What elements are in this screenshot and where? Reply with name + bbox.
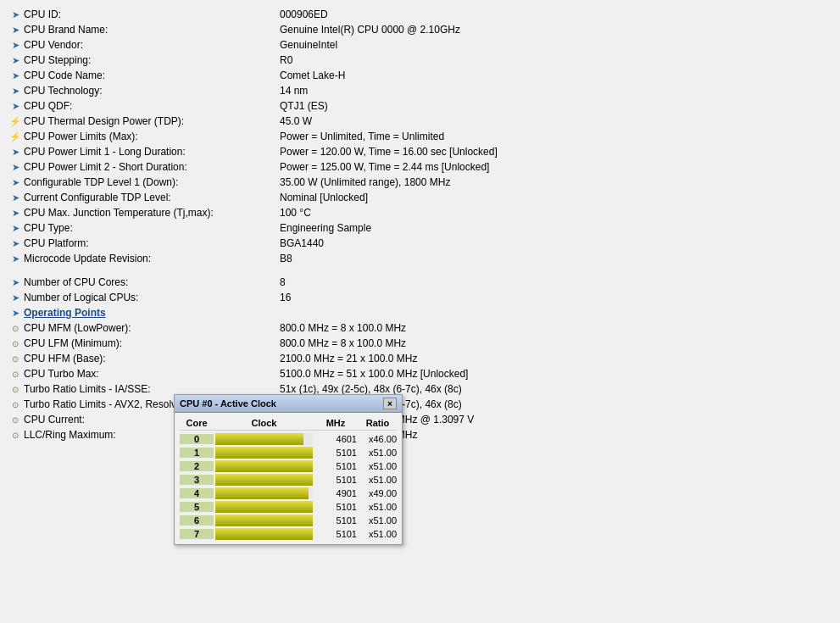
info-label: ➤ Number of CPU Cores: (8, 275, 280, 289)
circle-icon: ⊙ (8, 428, 22, 442)
core-number: 6 (180, 515, 214, 526)
label-text: CPU Stepping: (24, 54, 91, 66)
arrow-icon: ➤ (8, 175, 22, 189)
arrow-icon: ➤ (8, 99, 22, 113)
ratio-value: x51.00 (359, 502, 397, 512)
op-info-row: ⊙ Turbo Ratio Limits - AVX2, Resolved: 5… (8, 397, 832, 412)
circle-icon: ⊙ (8, 413, 22, 426)
section-gap (8, 266, 832, 275)
table-row: 3 5101 x51.00 (180, 473, 397, 487)
arrow-icon: ➤ (8, 38, 22, 52)
value-text: 45.0 W (280, 115, 832, 127)
col-core-header: Core (180, 418, 214, 428)
clock-bar (215, 501, 313, 513)
label-text: CPU Turbo Max: (24, 368, 99, 380)
arrow-icon: ➤ (8, 8, 22, 21)
mhz-value: 5101 (314, 515, 357, 526)
value-text: Genuine Intel(R) CPU 0000 @ 2.10GHz (280, 24, 832, 36)
value-text: Comet Lake-H (280, 70, 832, 81)
table-row: 4 4901 x49.00 (180, 487, 397, 500)
info-label: ➤ CPU Technology: (8, 84, 280, 97)
value-text: QTJ1 (ES) (280, 100, 832, 112)
value-text: 51x (1c), 49x (2-5c), 48x (6-7c), 46x (8… (280, 383, 832, 395)
value-text: 100 °C (280, 207, 832, 219)
table-row: 0 4601 x46.00 (180, 432, 397, 446)
arrow-icon: ➤ (8, 236, 22, 250)
mhz-value: 4901 (314, 488, 357, 498)
core-number: 7 (180, 529, 214, 539)
bar-fill (215, 474, 313, 486)
info-row: ⚡ CPU Thermal Design Power (TDP): 45.0 W (8, 114, 832, 129)
popup-title: CPU #0 - Active Clock (180, 398, 276, 409)
value-text: 800.0 MHz = 8 x 100.0 MHz (280, 337, 832, 349)
op-info-row: ⊙ CPU LFM (Minimum): 800.0 MHz = 8 x 100… (8, 336, 832, 351)
info-label: ➤ Configurable TDP Level 1 (Down): (8, 175, 280, 189)
label-text: Configurable TDP Level 1 (Down): (24, 176, 178, 188)
info-label: ➤ CPU Max. Junction Temperature (Tj,max)… (8, 206, 280, 220)
value-text: 5100.0 MHz = 51 x 100.0 MHz [Unlocked] (280, 368, 832, 380)
label-text: CPU Type: (24, 222, 73, 234)
info-row: ➤ Microcode Update Revision: B8 (8, 251, 832, 266)
info-row: ➤ CPU Stepping: R0 (8, 53, 832, 68)
op-icon: ➤ (8, 306, 22, 320)
value-text: GenuineIntel (280, 39, 832, 51)
bar-fill (215, 515, 313, 526)
arrow-icon: ➤ (8, 145, 22, 159)
label-text: Number of Logical CPUs: (24, 292, 138, 303)
bar-fill (215, 460, 313, 472)
arrow-icon: ➤ (8, 206, 22, 220)
info-label: ⚡ CPU Thermal Design Power (TDP): (8, 114, 280, 128)
arrow-icon: ➤ (8, 191, 22, 204)
info-label: ⊙ CPU LFM (Minimum): (8, 337, 280, 350)
circle-icon: ⊙ (8, 398, 22, 411)
bar-fill (215, 447, 313, 459)
mhz-value: 5101 (314, 461, 357, 471)
value-text: BGA1440 (280, 237, 832, 249)
value-text: Power = Unlimited, Time = Unlimited (280, 131, 832, 142)
col-clock-header: Clock (215, 418, 313, 428)
info-label: ⊙ CPU Turbo Max: (8, 367, 280, 381)
label-text: CPU Thermal Design Power (TDP): (24, 115, 184, 127)
info-row: ➤ CPU Vendor: GenuineIntel (8, 37, 832, 53)
op-info-row: ⊙ LLC/Ring Maximum: 4300.0 MHz = 43 x 10… (8, 427, 832, 442)
arrow-icon: ➤ (8, 23, 22, 36)
info-row: ➤ CPU ID: 000906ED (8, 7, 832, 22)
info-row: ➤ CPU Power Limit 2 - Short Duration: Po… (8, 159, 832, 175)
value-text: Nominal [Unlocked] (280, 192, 832, 203)
label-text: CPU Max. Junction Temperature (Tj,max): (24, 207, 214, 219)
table-row: 7 5101 x51.00 (180, 527, 397, 541)
label-text: LLC/Ring Maximum: (24, 429, 116, 441)
info-row: ➤ Configurable TDP Level 1 (Down): 35.00… (8, 175, 832, 190)
label-text: CPU LFM (Minimum): (24, 337, 122, 349)
info-label: ➤ Microcode Update Revision: (8, 252, 280, 265)
ratio-value: x49.00 (359, 488, 397, 498)
label-text: CPU Platform: (24, 237, 89, 249)
ratio-value: x51.00 (359, 448, 397, 458)
circle-icon: ⊙ (8, 337, 22, 350)
info-label: ➤ CPU Stepping: (8, 53, 280, 67)
core-number: 5 (180, 502, 214, 512)
bar-fill (215, 433, 303, 445)
info-row: ➤ Number of Logical CPUs: 16 (8, 290, 832, 305)
bar-fill (215, 487, 309, 499)
value-text: 16 (280, 292, 832, 303)
ratio-value: x46.00 (359, 434, 397, 444)
table-row: 6 5101 x51.00 (180, 514, 397, 527)
operating-points-label[interactable]: Operating Points (24, 307, 106, 319)
arrow-icon: ➤ (8, 84, 22, 97)
circle-icon: ⊙ (8, 352, 22, 365)
value-text: 000906ED (280, 8, 832, 20)
clock-bar (215, 528, 313, 540)
table-row: 5 5101 x51.00 (180, 500, 397, 514)
info-label: ⊙ CPU HFM (Base): (8, 352, 280, 365)
info-row: ⚡ CPU Power Limits (Max): Power = Unlimi… (8, 129, 832, 144)
popup-content: Core Clock MHz Ratio 0 4601 x46.00 1 510… (175, 413, 402, 544)
popup-close-button[interactable]: × (383, 398, 397, 409)
mhz-value: 5101 (314, 502, 357, 512)
operating-points-header: ➤ Operating Points (8, 305, 832, 320)
info-label: ➤ Number of Logical CPUs: (8, 291, 280, 304)
value-text: 2100.0 MHz = 21 x 100.0 MHz (280, 353, 832, 364)
core-number: 4 (180, 488, 214, 498)
label-text: CPU Power Limit 1 - Long Duration: (24, 146, 186, 158)
active-clock-popup: CPU #0 - Active Clock × Core Clock MHz R… (174, 394, 403, 545)
